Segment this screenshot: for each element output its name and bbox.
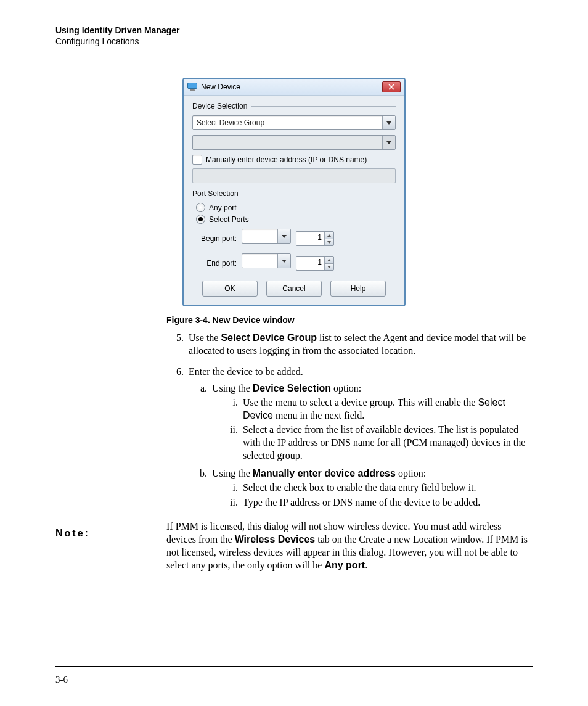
dialog-body: Device Selection Select Device Group Man…: [184, 96, 404, 305]
step-6b: Using the Manually enter device address …: [210, 467, 533, 508]
monitor-icon: [187, 83, 197, 91]
any-port-radio[interactable]: [196, 203, 205, 212]
end-port-combo[interactable]: [242, 253, 291, 268]
device-selection-group: Device Selection Select Device Group Man…: [192, 102, 396, 183]
manual-address-row: Manually enter device address (IP or DNS…: [192, 155, 396, 165]
any-port-label: Any port: [209, 203, 237, 212]
running-header: Using Identity Driven Manager Configurin…: [55, 25, 533, 47]
dialog-title: New Device: [201, 83, 378, 91]
step-6b-ii: Type the IP address or DNS name of the d…: [240, 496, 533, 509]
spinner-buttons: [324, 232, 333, 245]
manual-address-label: Manually enter device address (IP or DNS…: [206, 155, 367, 164]
step-6a: Using the Device Selection option: Use t…: [210, 382, 533, 462]
chevron-down-icon: [327, 241, 331, 244]
note-text: If PMM is licensed, this dialog will not…: [166, 520, 533, 593]
note-block: Note: If PMM is licensed, this dialog wi…: [55, 520, 533, 593]
note-rule: [55, 593, 149, 593]
page-number: 3-6: [55, 675, 68, 685]
note-label-column: Note:: [55, 520, 149, 593]
group-divider: [251, 106, 396, 107]
spinner-buttons: [324, 257, 333, 270]
header-title: Using Identity Driven Manager: [55, 25, 533, 36]
chevron-down-icon: [327, 266, 331, 268]
close-button[interactable]: [382, 81, 401, 92]
spinner-down-button[interactable]: [325, 263, 333, 271]
ok-button[interactable]: OK: [202, 281, 258, 297]
end-port-label: End port:: [192, 259, 237, 268]
begin-port-combo[interactable]: [242, 229, 291, 244]
select-ports-radio[interactable]: [196, 215, 205, 224]
combo-dropdown-button[interactable]: [277, 229, 290, 243]
begin-port-spinner[interactable]: 1: [296, 231, 334, 246]
end-port-value: 1: [296, 257, 324, 270]
chevron-down-icon: [282, 235, 287, 238]
select-ports-row: Select Ports: [196, 215, 396, 224]
chevron-up-icon: [327, 259, 331, 261]
end-port-row: End port: 1: [192, 253, 396, 273]
device-selection-label: Device Selection: [192, 102, 247, 110]
device-combo-disabled: [192, 135, 396, 150]
step-6a-ii: Select a device from the list of availab…: [240, 423, 533, 462]
dialog-titlebar: New Device: [184, 79, 404, 96]
figure-caption: Figure 3-4. New Device window: [166, 315, 533, 325]
new-device-dialog: New Device Device Selection Select Devic…: [182, 78, 406, 306]
page: Using Identity Driven Manager Configurin…: [0, 0, 588, 706]
help-button[interactable]: Help: [330, 281, 386, 297]
combo-dropdown-button-disabled: [382, 136, 395, 149]
dialog-button-row: OK Cancel Help: [192, 281, 396, 297]
begin-port-label: Begin port:: [192, 234, 237, 243]
spinner-up-button[interactable]: [325, 257, 333, 263]
cancel-button[interactable]: Cancel: [266, 281, 322, 297]
combo-dropdown-button[interactable]: [277, 254, 290, 268]
new-device-dialog-figure: New Device Device Selection Select Devic…: [182, 78, 406, 306]
step-6b-i: Select the check box to enable the data …: [240, 481, 533, 494]
end-port-spinner[interactable]: 1: [296, 256, 334, 271]
port-selection-label: Port Selection: [192, 189, 239, 198]
step-5: Use the Select Device Group list to sele…: [186, 331, 533, 357]
device-group-value: Select Device Group: [193, 118, 382, 127]
begin-port-value: 1: [296, 232, 324, 245]
group-divider: [242, 194, 396, 194]
spinner-down-button[interactable]: [325, 239, 333, 246]
begin-port-row: Begin port: 1: [192, 229, 396, 248]
close-icon: [388, 84, 394, 90]
step-6: Enter the device to be added. Using the …: [186, 365, 533, 509]
select-ports-label: Select Ports: [209, 215, 249, 224]
chevron-down-icon: [386, 121, 391, 125]
chevron-down-icon: [386, 141, 391, 144]
header-subtitle: Configuring Locations: [55, 36, 533, 47]
device-group-combo[interactable]: Select Device Group: [192, 115, 396, 130]
step-6a-i: Use the menu to select a device group. T…: [240, 396, 533, 422]
combo-dropdown-button[interactable]: [382, 116, 395, 129]
any-port-row: Any port: [196, 203, 396, 212]
manual-address-checkbox[interactable]: [192, 155, 202, 165]
note-label: Note:: [55, 520, 149, 540]
port-selection-group: Port Selection Any port Select Ports Beg…: [192, 189, 396, 273]
step-6-sublist: Using the Device Selection option: Use t…: [189, 382, 533, 509]
step-6b-sublist: Select the check box to enable the data …: [212, 481, 533, 508]
spinner-up-button[interactable]: [325, 232, 333, 239]
chevron-up-icon: [327, 234, 331, 237]
instruction-list: Use the Select Device Group list to sele…: [166, 331, 533, 508]
manual-address-input: [192, 168, 396, 183]
step-6a-sublist: Use the menu to select a device group. T…: [212, 396, 533, 462]
chevron-down-icon: [282, 260, 287, 263]
footer-rule: [55, 666, 533, 667]
